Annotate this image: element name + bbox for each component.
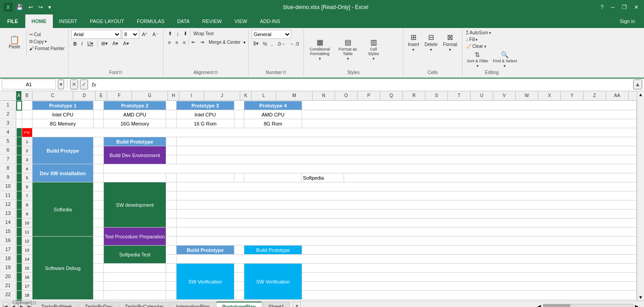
col-header-t[interactable]: T [448,91,471,100]
cell-f10[interactable]: SW development [103,182,166,228]
cell-b19[interactable]: 15 [22,264,32,273]
align-center-button[interactable]: ≡ [173,39,180,46]
cell-e22[interactable] [93,291,103,300]
cell-b17[interactable]: 13 [22,246,32,255]
cell-h19[interactable] [166,264,176,273]
cell-a7[interactable] [17,155,22,164]
cell-e18[interactable] [93,255,103,264]
cell-f5[interactable]: Build Prototype [103,137,166,146]
col-header-b[interactable]: B [22,91,33,100]
col-header-u[interactable]: U [471,91,493,100]
formula-bar-menu[interactable]: ▾ [58,79,64,89]
horizontal-scrollbar[interactable] [543,304,633,307]
cell-a15[interactable] [17,228,22,237]
cell-e6[interactable] [93,146,103,155]
cell-a21[interactable] [17,282,22,291]
col-header-ab[interactable]: AB [629,91,637,100]
percent-button[interactable]: % [261,40,269,47]
close-button[interactable]: ✕ [632,3,640,11]
scroll-up-btn[interactable]: ▲ [638,91,644,98]
cell-i17[interactable]: Build Prototype [176,246,234,255]
currency-button[interactable]: $▾ [252,40,261,47]
cell-i12[interactable] [176,200,636,209]
cell-f9[interactable] [103,173,166,182]
cell-h10[interactable] [166,182,176,191]
row-header-18[interactable]: 18 [0,254,16,263]
cell-a6[interactable] [17,146,22,155]
cell-b14[interactable]: 10 [22,219,32,228]
cell-i18[interactable] [176,255,636,264]
confirm-formula-button[interactable]: ✓ [80,79,88,89]
cell-h13[interactable] [166,209,176,219]
cell-n20[interactable] [302,273,636,282]
col-header-l[interactable]: L [252,91,276,100]
cell-b22[interactable]: 18 [22,291,32,300]
row-header-8[interactable]: 8 [0,164,16,173]
cell-e19[interactable] [93,264,103,273]
cell-b15[interactable]: 11 [22,228,32,237]
cell-a5[interactable] [17,137,22,146]
col-header-o[interactable]: O [335,91,358,100]
cell-b18[interactable]: 14 [22,255,32,264]
col-header-aa[interactable]: AA [606,91,629,100]
cell-h1[interactable] [166,101,176,110]
col-header-f[interactable]: F [107,91,132,100]
clipboard-expand-icon[interactable]: ⊡ [33,301,36,305]
cell-e17[interactable] [93,246,103,255]
cell-e1[interactable] [93,101,103,110]
signin-button[interactable]: Sign in [616,18,639,25]
row-header-19[interactable]: 19 [0,263,16,272]
cut-button[interactable]: ✂ Cut [28,32,65,37]
tab-file[interactable]: FILE [0,14,25,28]
customize-quickaccess[interactable]: ▾ [47,3,53,11]
autosum-button[interactable]: Σ AutoSum ▾ [465,30,492,36]
cell-h2[interactable] [166,110,176,119]
tab-tasksByCalendar[interactable]: TasksByCalendar [119,302,169,307]
cell-k22[interactable] [234,291,244,300]
cell-e8[interactable] [93,164,103,173]
cell-e2[interactable] [93,110,103,119]
row-header-14[interactable]: 14 [0,218,16,227]
increase-font-button[interactable]: A⁺ [140,31,149,38]
col-header-p[interactable]: P [358,91,380,100]
cell-b12[interactable]: 8 [22,200,32,209]
cell-e3[interactable] [93,119,103,128]
fill-button[interactable]: ↓ Fill ▾ [465,37,479,42]
cell-f22[interactable] [103,291,166,300]
row-header-10[interactable]: 10 [0,182,16,191]
cell-i19[interactable]: SW Verification [176,264,234,300]
cell-a16[interactable] [17,237,22,246]
find-select-button[interactable]: 🔍 Find & Select ▾ [491,50,519,69]
cell-k9[interactable] [234,173,244,182]
row-header-21[interactable]: 21 [0,281,16,290]
cell-e5[interactable] [93,137,103,146]
col-header-i[interactable]: I [179,91,204,100]
cell-f21[interactable] [103,282,166,291]
cell-i9[interactable] [176,173,234,182]
alignment-expand-icon[interactable]: ⊡ [215,70,218,74]
increase-indent-button[interactable]: ⇥ [198,38,206,46]
restore-button[interactable]: ❐ [620,3,629,11]
cell-a3[interactable] [17,119,22,128]
cell-h11[interactable] [166,191,176,200]
decrease-font-button[interactable]: A⁻ [150,31,160,38]
cell-i14[interactable] [176,219,636,228]
row-header-13[interactable]: 13 [0,209,16,218]
tab-review[interactable]: REVIEW [196,14,228,28]
cell-h7[interactable] [166,155,176,164]
italic-button[interactable]: I [79,40,84,47]
cell-a2[interactable] [17,110,22,119]
cell-i3[interactable]: 16 G Rom [176,119,234,128]
row-header-15[interactable]: 15 [0,227,16,236]
col-header-y[interactable]: Y [561,91,583,100]
cell-f15[interactable]: Test Procedure Preparation [103,228,166,246]
tab-integrationPlan[interactable]: IntegrationPlan [170,302,215,307]
col-header-d[interactable]: D [73,91,96,100]
tab-scroll-right[interactable]: ▶ [635,304,639,307]
cell-b10[interactable]: 6 [22,182,32,191]
cell-a17[interactable] [17,246,22,255]
cell-e13[interactable] [93,209,103,219]
cell-a8[interactable] [17,164,22,173]
fill-color-button[interactable]: A▾ [111,40,120,47]
cell-b11[interactable]: 7 [22,191,32,200]
